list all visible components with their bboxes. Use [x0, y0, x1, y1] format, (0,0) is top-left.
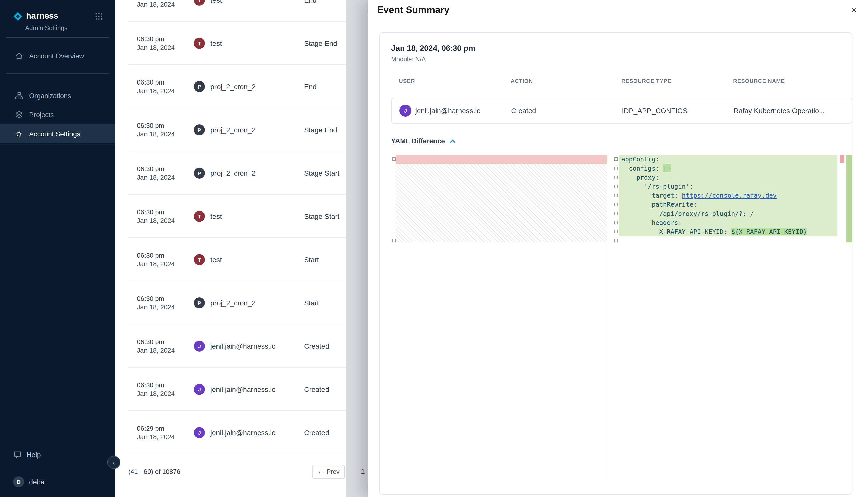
avatar: J: [194, 340, 205, 351]
row-user: test: [210, 39, 304, 47]
chevron-up-icon[interactable]: [449, 139, 455, 143]
table-row[interactable]: 06:29 pmJan 18, 2024 J jenil.jain@harnes…: [128, 411, 368, 454]
row-user: jenil.jain@harness.io: [210, 342, 304, 350]
avatar: P: [194, 81, 205, 92]
gear-icon: [15, 130, 23, 138]
row-user: jenil.jain@harness.io: [210, 428, 304, 436]
avatar: T: [194, 0, 205, 5]
event-resource-name: Rafay Kubernetes Operatio...: [733, 106, 852, 115]
code-token: appConfig:: [621, 155, 659, 163]
fold-expand-marker[interactable]: [614, 167, 618, 170]
row-timestamp: 06:30 pmJan 18, 2024: [137, 34, 194, 52]
table-row[interactable]: 06:30 pmJan 18, 2024 P proj_2_cron_2 Sta…: [128, 152, 368, 195]
sidebar-item-label: Projects: [29, 111, 54, 118]
prev-label: Prev: [327, 468, 339, 475]
sidebar-item-organizations[interactable]: Organizations: [0, 86, 115, 105]
module-grid-icon[interactable]: [95, 12, 103, 20]
diff-added-line: configs: |-: [619, 164, 837, 173]
sidebar-help[interactable]: Help: [0, 446, 115, 464]
diff-pane-divider: [607, 154, 607, 482]
sidebar-item-label: Account Overview: [29, 52, 84, 60]
row-user: proj_2_cron_2: [210, 169, 304, 177]
audit-rows: 06:30 pmJan 18, 2024 T test End 06:30 pm…: [115, 0, 368, 454]
diff-added-line: X-RAFAY-API-KEYID: ${X-RAFAY-API-KEYID}: [619, 227, 837, 237]
yaml-difference-row: YAML Difference: [391, 137, 852, 145]
table-row[interactable]: 06:30 pmJan 18, 2024 T test Stage Start: [128, 195, 368, 238]
prev-page-button[interactable]: ← Prev: [312, 465, 345, 479]
sidebar-item-projects[interactable]: Projects: [0, 105, 115, 124]
event-module: Module: N/A: [391, 56, 852, 63]
row-timestamp: 06:30 pmJan 18, 2024: [137, 381, 194, 398]
sidebar-item-account-settings[interactable]: Account Settings: [0, 124, 115, 143]
app-root: harness Admin Settings Account Overview …: [0, 0, 868, 497]
sidebar-divider: [6, 73, 109, 74]
avatar: T: [194, 211, 205, 222]
code-token: ${X-RAFAY-API-KEYID}: [731, 228, 807, 236]
home-icon: [15, 52, 23, 60]
avatar: P: [194, 167, 205, 178]
fold-expand-marker[interactable]: [614, 175, 618, 179]
diff-added-line: '/rs-plugin':: [619, 182, 837, 191]
fold-expand-marker[interactable]: [614, 157, 618, 161]
diff-missing-region: [396, 164, 607, 242]
table-row[interactable]: 06:30 pmJan 18, 2024 J jenil.jain@harnes…: [128, 368, 368, 411]
fold-expand-marker[interactable]: [392, 157, 396, 161]
avatar: J: [194, 384, 205, 395]
event-table-header: USER ACTION RESOURCE TYPE RESOURCE NAME: [391, 78, 852, 84]
avatar: J: [194, 427, 205, 438]
diff-removed-line: [396, 155, 607, 164]
overview-ruler-removed-mark: [840, 155, 844, 163]
sidebar-collapse-handle[interactable]: ‹: [107, 456, 120, 469]
row-user: proj_2_cron_2: [210, 299, 304, 307]
row-timestamp: 06:30 pmJan 18, 2024: [137, 208, 194, 225]
fold-expand-marker[interactable]: [392, 239, 396, 242]
fold-expand-marker[interactable]: [614, 185, 618, 188]
diff-added-block: appConfig: configs: |- proxy: '/rs-plugi…: [619, 155, 837, 237]
diff-added-line: headers:: [619, 218, 837, 227]
table-row[interactable]: 06:30 pmJan 18, 2024 P proj_2_cron_2 End: [128, 65, 368, 108]
pagination-range: (41 - 60) of 10876: [128, 468, 180, 475]
column-header-action: ACTION: [511, 78, 621, 84]
diff-added-line: appConfig:: [619, 155, 837, 164]
diff-added-line: target: https://console.rafay.dev: [619, 191, 837, 200]
table-row[interactable]: 06:30 pmJan 18, 2024 J jenil.jain@harnes…: [128, 325, 368, 368]
row-timestamp: 06:30 pmJan 18, 2024: [137, 78, 194, 95]
fold-expand-marker[interactable]: [614, 230, 618, 233]
table-row[interactable]: 06:30 pmJan 18, 2024 P proj_2_cron_2 Sta…: [128, 281, 368, 325]
close-icon[interactable]: ✕: [847, 3, 861, 17]
user-avatar: D: [13, 477, 24, 487]
overview-ruler-added-mark: [846, 155, 852, 242]
table-row[interactable]: 06:30 pmJan 18, 2024 T test End: [128, 0, 368, 22]
fold-expand-marker[interactable]: [614, 203, 618, 206]
harness-logo-text: harness: [26, 11, 58, 21]
fold-expand-marker[interactable]: [614, 212, 618, 215]
drawer-title: Event Summary: [377, 4, 449, 16]
pagination-page-1[interactable]: 1: [361, 468, 365, 475]
sidebar-user[interactable]: D deba: [0, 473, 115, 491]
avatar: T: [194, 254, 205, 265]
table-row[interactable]: 06:30 pmJan 18, 2024 T test Start: [128, 238, 368, 281]
row-user: test: [210, 0, 304, 4]
table-row[interactable]: 06:30 pmJan 18, 2024 T test Stage End: [128, 22, 368, 65]
row-timestamp: 06:30 pmJan 18, 2024: [137, 0, 194, 8]
fold-expand-marker[interactable]: [614, 221, 618, 224]
sidebar-item-label: Organizations: [29, 92, 71, 99]
row-user: proj_2_cron_2: [210, 82, 304, 90]
yaml-target-link[interactable]: https://console.rafay.dev: [682, 191, 776, 199]
code-token: target:: [621, 191, 682, 199]
event-resource-type: IDP_APP_CONFIGS: [622, 106, 733, 115]
logo-row: harness: [0, 11, 115, 21]
harness-logo-icon: [13, 11, 23, 21]
code-token: configs:: [621, 165, 663, 172]
sidebar-item-label: Account Settings: [29, 130, 80, 138]
fold-expand-marker[interactable]: [614, 194, 618, 197]
diff-added-line: /api/proxy/rs-plugin/?: /: [619, 209, 837, 218]
fold-expand-marker[interactable]: [614, 239, 618, 242]
avatar: P: [194, 124, 205, 135]
user-name: deba: [29, 478, 44, 486]
table-row[interactable]: 06:30 pmJan 18, 2024 P proj_2_cron_2 Sta…: [128, 108, 368, 152]
row-timestamp: 06:29 pmJan 18, 2024: [137, 424, 194, 441]
column-header-resource-type: RESOURCE TYPE: [621, 78, 733, 84]
yaml-difference-label: YAML Difference: [391, 137, 445, 145]
sidebar-item-account-overview[interactable]: Account Overview: [0, 46, 115, 66]
